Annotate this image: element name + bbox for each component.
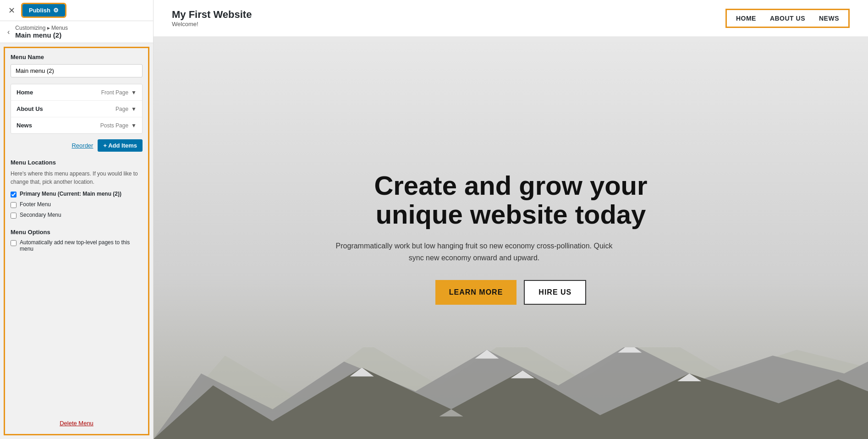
auto-add-label: Automatically add new top-level pages to…	[20, 239, 143, 252]
sidebar-content: Menu Name Home Front Page ▼ About Us Pag…	[4, 47, 149, 435]
menu-options-label: Menu Options	[11, 229, 143, 236]
chevron-down-icon-2: ▼	[131, 106, 137, 112]
site-nav: HOME ABOUT US NEWS	[725, 9, 850, 28]
breadcrumb-path: Customizing ▸ Menus	[15, 25, 68, 31]
menu-item-news-type: Posts Page	[100, 122, 128, 129]
reorder-button[interactable]: Reorder	[71, 142, 93, 149]
breadcrumb-info: Customizing ▸ Menus Main menu (2)	[15, 25, 68, 39]
primary-menu-checkbox[interactable]	[11, 192, 16, 198]
hero-buttons: LEARN MORE HIRE US	[332, 280, 690, 305]
menu-locations-desc: Here's where this menu appears. If you w…	[11, 170, 143, 186]
site-title: My First Website	[172, 9, 252, 21]
menu-name-input[interactable]	[11, 64, 143, 77]
menu-item-news-right: Posts Page ▼	[100, 122, 137, 129]
menu-item-about-name: About Us	[16, 105, 43, 112]
menu-options-section: Menu Options Automatically add new top-l…	[11, 229, 143, 256]
chevron-down-icon-3: ▼	[131, 122, 137, 129]
site-tagline: Welcome!	[172, 21, 252, 27]
footer-menu-row: Footer Menu	[11, 201, 143, 208]
menu-items-list: Home Front Page ▼ About Us Page ▼ News P…	[11, 84, 143, 134]
menu-item-home-name: Home	[16, 89, 33, 96]
site-title-block: My First Website Welcome!	[172, 9, 252, 27]
hire-us-button[interactable]: HIRE US	[524, 280, 586, 305]
left-panel: ✕ Publish ⚙ ‹ Customizing ▸ Menus Main m…	[0, 0, 154, 439]
auto-add-checkbox[interactable]	[11, 240, 16, 246]
menu-item-about[interactable]: About Us Page ▼	[11, 101, 142, 117]
hero-title: Create and grow your unique website toda…	[332, 171, 690, 230]
menu-locations-label: Menu Locations	[11, 159, 143, 166]
menu-item-about-type: Page	[115, 106, 128, 112]
hero-section: Create and grow your unique website toda…	[154, 37, 868, 439]
hero-content: Create and grow your unique website toda…	[332, 171, 690, 324]
footer-menu-checkbox[interactable]	[11, 202, 16, 208]
menu-locations-section: Menu Locations Here's where this menu ap…	[11, 159, 143, 222]
secondary-menu-label: Secondary Menu	[20, 212, 61, 218]
primary-menu-row: Primary Menu (Current: Main menu (2))	[11, 191, 143, 198]
publish-button[interactable]: Publish ⚙	[22, 4, 65, 16]
breadcrumb-bar: ‹ Customizing ▸ Menus Main menu (2)	[0, 21, 153, 43]
menu-item-home[interactable]: Home Front Page ▼	[11, 84, 142, 101]
menu-actions: Reorder + Add Items	[11, 139, 143, 152]
menu-item-home-right: Front Page ▼	[101, 89, 137, 96]
menu-item-about-right: Page ▼	[115, 106, 137, 112]
primary-menu-label: Primary Menu (Current: Main menu (2))	[20, 191, 121, 197]
menu-item-news-name: News	[16, 122, 32, 129]
hero-subtitle: Programmatically work but low hanging fr…	[332, 240, 616, 263]
right-panel: My First Website Welcome! HOME ABOUT US …	[154, 0, 868, 439]
menu-name-label: Menu Name	[11, 54, 143, 60]
secondary-menu-row: Secondary Menu	[11, 212, 143, 219]
menu-item-news[interactable]: News Posts Page ▼	[11, 117, 142, 133]
gear-icon: ⚙	[53, 7, 59, 14]
footer-menu-label: Footer Menu	[20, 201, 51, 208]
auto-add-row: Automatically add new top-level pages to…	[11, 239, 143, 252]
add-items-button[interactable]: + Add Items	[98, 139, 143, 152]
top-bar: ✕ Publish ⚙	[0, 0, 153, 21]
secondary-menu-checkbox[interactable]	[11, 213, 16, 219]
website-header: My First Website Welcome! HOME ABOUT US …	[154, 0, 868, 37]
publish-label: Publish	[29, 7, 50, 14]
nav-item-news[interactable]: NEWS	[819, 15, 839, 22]
nav-item-about[interactable]: ABOUT US	[770, 15, 805, 22]
learn-more-button[interactable]: LEARN MORE	[435, 280, 517, 305]
chevron-down-icon: ▼	[131, 89, 137, 96]
nav-item-home[interactable]: HOME	[736, 15, 756, 22]
mountain-illustration	[154, 347, 868, 439]
back-button[interactable]: ‹	[5, 27, 12, 37]
breadcrumb-title: Main menu (2)	[15, 31, 68, 39]
delete-menu-button[interactable]: Delete Menu	[11, 418, 143, 428]
menu-item-home-type: Front Page	[101, 89, 128, 96]
close-button[interactable]: ✕	[5, 4, 19, 17]
